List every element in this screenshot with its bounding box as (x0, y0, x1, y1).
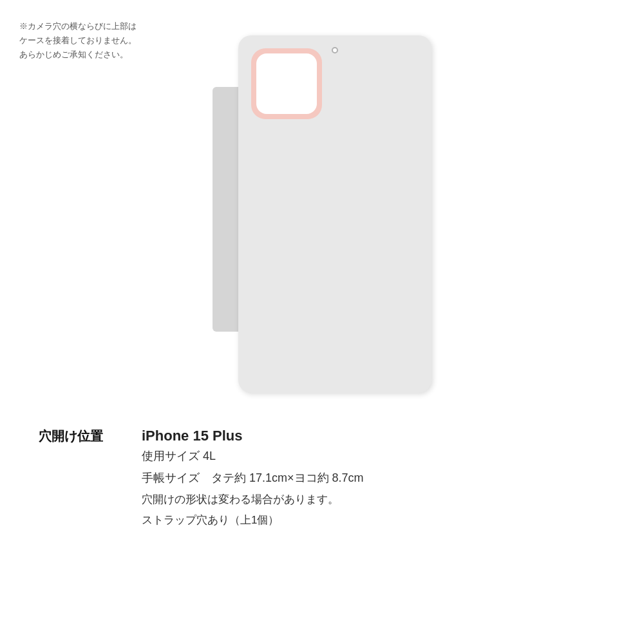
case-main-panel (238, 35, 431, 393)
strap-info: ストラップ穴あり（上1個） (142, 511, 364, 531)
hole-shape: 穴開けの形状は変わる場合があります。 (142, 490, 364, 510)
hole-position-row: 穴開け位置 iPhone 15 Plus 使用サイズ 4L 手帳サイズ タテ約 … (39, 425, 605, 533)
note-text: ※カメラ穴の横ならびに上部は ケースを接着しておりません。 あらかじめご承知くだ… (19, 19, 137, 62)
hole-position-label: 穴開け位置 (39, 428, 142, 445)
note-line1: ※カメラ穴の横ならびに上部は (19, 19, 137, 33)
page-container: ※カメラ穴の横ならびに上部は ケースを接着しておりません。 あらかじめご承知くだ… (0, 0, 644, 644)
camera-cutout-inner (256, 53, 317, 114)
device-name: iPhone 15 Plus (142, 428, 364, 444)
specs-block: iPhone 15 Plus 使用サイズ 4L 手帳サイズ タテ約 17.1cm… (142, 428, 364, 531)
info-section: 穴開け位置 iPhone 15 Plus 使用サイズ 4L 手帳サイズ タテ約 … (0, 412, 644, 546)
notebook-size: 手帳サイズ タテ約 17.1cm×ヨコ約 8.7cm (142, 468, 364, 488)
note-line3: あらかじめご承知ください。 (19, 48, 137, 62)
note-line2: ケースを接着しておりません。 (19, 33, 137, 48)
strap-hole (332, 47, 338, 53)
camera-cutout (251, 48, 322, 119)
case-illustration: ※カメラ穴の横ならびに上部は ケースを接着しておりません。 あらかじめご承知くだ… (0, 0, 644, 412)
phone-case-body (213, 35, 431, 396)
size-label: 使用サイズ 4L (142, 446, 364, 466)
